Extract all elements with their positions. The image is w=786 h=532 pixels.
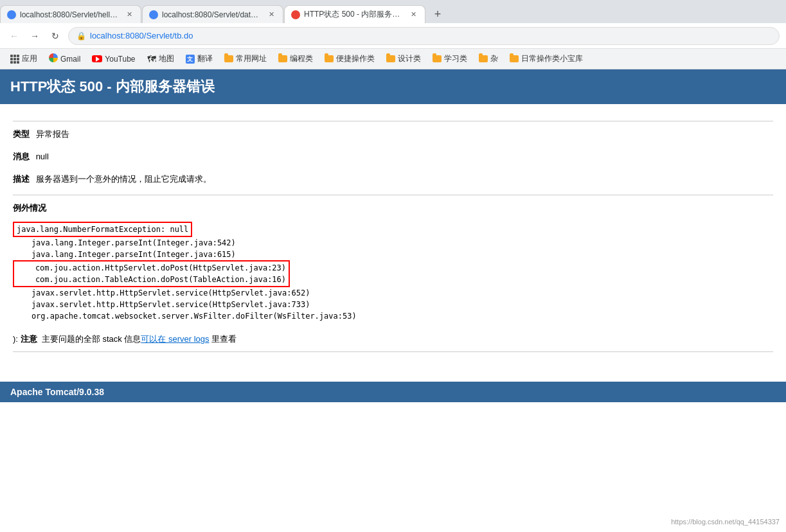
bookmark-apps[interactable]: 应用: [5, 52, 42, 66]
tab2-title: localhost:8080/Servlet/date.do: [162, 10, 262, 19]
stacktrace: java.lang.NumberFormatException: null ja…: [13, 219, 773, 324]
description-label: 描述: [13, 174, 30, 184]
message-label: 消息: [13, 152, 30, 161]
exception-label: 例外情况: [13, 202, 773, 215]
note-prefix: ):: [13, 334, 18, 344]
folder4-icon: [386, 55, 395, 62]
browser-chrome: localhost:8080/Servlet/hello.d... ✕ loca…: [0, 0, 786, 69]
folder2-icon: [278, 55, 287, 62]
reload-button[interactable]: ↻: [48, 28, 63, 44]
new-tab-button[interactable]: +: [429, 5, 447, 23]
description-section: 描述 服务器遇到一个意外的情况，阻止它完成请求。: [13, 173, 773, 186]
stacktrace-line1-text: java.lang.Integer.parseInt(Integer.java:…: [13, 238, 236, 247]
error-title: HTTP状态 500 - 内部服务器错误: [10, 78, 215, 94]
bookmark-folder-1[interactable]: 常用网址: [219, 52, 272, 66]
tab3-close[interactable]: ✕: [408, 10, 418, 20]
exception-section: 例外情况 java.lang.NumberFormatException: nu…: [13, 202, 773, 324]
bookmark-folder-2[interactable]: 编程类: [273, 52, 318, 66]
stacktrace-line2-text: java.lang.Integer.parseInt(Integer.java:…: [13, 250, 236, 259]
divider-top: [13, 121, 773, 121]
bookmark-translate-label: 翻译: [197, 53, 213, 64]
divider-bottom: [13, 351, 773, 352]
bookmark-gmail-label: Gmail: [60, 55, 80, 64]
bookmark-folder-6[interactable]: 杂: [474, 52, 503, 66]
error-header: HTTP状态 500 - 内部服务器错误: [0, 69, 786, 104]
stacktrace-line3-highlight: com.jou.action.HttpServlet.doPost(HttpSe…: [13, 260, 290, 287]
tab1-title: localhost:8080/Servlet/hello.d...: [20, 10, 120, 19]
server-logs-link[interactable]: 可以在 server logs: [141, 334, 209, 344]
bookmark-maps-label: 地图: [159, 53, 174, 64]
folder5-icon: [433, 55, 442, 62]
bookmark-folder-7[interactable]: 日常操作类小宝库: [505, 52, 588, 66]
stacktrace-line5-text: javax.servlet.http.HttpServlet.service(H…: [13, 288, 310, 297]
error-body: 类型 异常报告 消息 null 描述 服务器遇到一个意外的情况，阻止它完成请求。…: [0, 104, 786, 369]
note-section: ): 注意 主要问题的全部 stack 信息可以在 server logs 里查…: [13, 333, 773, 345]
stacktrace-line0-highlight: java.lang.NumberFormatException: null: [13, 222, 192, 237]
maps-icon: 🗺: [147, 54, 156, 64]
bookmarks-bar: 应用 Gmail YouTube 🗺 地图 文 翻译 常用网址: [0, 49, 786, 69]
bookmark-folder-3[interactable]: 便捷操作类: [319, 52, 380, 66]
bookmark-folder1-label: 常用网址: [236, 53, 267, 64]
stacktrace-line-6: javax.servlet.http.HttpServlet.service(H…: [13, 299, 773, 310]
stacktrace-line-5: javax.servlet.http.HttpServlet.service(H…: [13, 287, 773, 299]
tomcat-version: Apache Tomcat/9.0.38: [10, 387, 104, 397]
folder1-icon: [224, 55, 233, 62]
back-button[interactable]: ←: [6, 28, 22, 44]
message-value: null: [36, 152, 49, 161]
tab3-favicon: [291, 10, 300, 19]
tab-3[interactable]: HTTP状态 500 - 内部服务器错误 ✕: [284, 5, 425, 23]
bookmark-maps[interactable]: 🗺 地图: [142, 52, 179, 66]
type-section: 类型 异常报告: [13, 128, 773, 141]
stacktrace-line-1: java.lang.Integer.parseInt(Integer.java:…: [13, 237, 773, 249]
tab1-favicon: [7, 10, 16, 19]
folder3-icon: [325, 55, 334, 62]
tab2-close[interactable]: ✕: [266, 10, 276, 20]
tab-1[interactable]: localhost:8080/Servlet/hello.d... ✕: [0, 5, 141, 23]
bookmark-gmail[interactable]: Gmail: [44, 52, 85, 66]
gmail-icon: [49, 53, 58, 64]
forward-button[interactable]: →: [27, 28, 42, 44]
bookmark-folder4-label: 设计类: [398, 53, 421, 64]
tab2-favicon: [149, 10, 158, 19]
bookmark-folder5-label: 学习类: [444, 53, 467, 64]
stacktrace-line-2: java.lang.Integer.parseInt(Integer.java:…: [13, 249, 773, 260]
translate-icon: 文: [186, 54, 195, 64]
tomcat-footer: Apache Tomcat/9.0.38: [0, 382, 786, 402]
stacktrace-line7-text: org.apache.tomcat.websocket.server.WsFil…: [13, 312, 357, 321]
bookmark-folder-5[interactable]: 学习类: [427, 52, 472, 66]
folder7-icon: [510, 55, 519, 62]
lock-icon: 🔒: [76, 31, 86, 40]
tab-bar: localhost:8080/Servlet/hello.d... ✕ loca…: [0, 0, 786, 23]
youtube-icon: [92, 55, 102, 64]
divider-mid: [13, 195, 773, 195]
url-text: localhost:8080/Servlet/tb.do: [90, 31, 193, 40]
address-bar: ← → ↻ 🔒 localhost:8080/Servlet/tb.do: [0, 23, 786, 49]
type-value: 异常报告: [36, 129, 69, 139]
bookmark-translate[interactable]: 文 翻译: [181, 52, 218, 66]
tab1-close[interactable]: ✕: [124, 10, 134, 20]
url-bar[interactable]: 🔒 localhost:8080/Servlet/tb.do: [68, 27, 780, 45]
bookmark-apps-label: 应用: [22, 53, 37, 64]
type-label: 类型: [13, 129, 30, 139]
bookmark-folder3-label: 便捷操作类: [336, 53, 375, 64]
apps-icon: [10, 55, 19, 64]
folder6-icon: [479, 55, 488, 62]
stacktrace-line-3: com.jou.action.HttpServlet.doPost(HttpSe…: [13, 260, 773, 287]
description-value: 服务器遇到一个意外的情况，阻止它完成请求。: [36, 174, 211, 184]
bookmark-youtube[interactable]: YouTube: [87, 53, 140, 65]
bookmark-folder-4[interactable]: 设计类: [381, 52, 426, 66]
tab3-title: HTTP状态 500 - 内部服务器错误: [304, 9, 404, 20]
bookmark-folder6-label: 杂: [490, 53, 498, 64]
stacktrace-line6-text: javax.servlet.http.HttpServlet.service(H…: [13, 300, 310, 309]
bookmark-folder7-label: 日常操作类小宝库: [521, 53, 583, 64]
note-label: 注意: [21, 334, 37, 344]
message-section: 消息 null: [13, 150, 773, 164]
page-content: HTTP状态 500 - 内部服务器错误 类型 异常报告 消息 null 描述 …: [0, 69, 786, 402]
tab-2[interactable]: localhost:8080/Servlet/date.do ✕: [142, 5, 283, 23]
bookmark-youtube-label: YouTube: [105, 55, 135, 64]
bookmark-folder2-label: 编程类: [290, 53, 313, 64]
stacktrace-line-0: java.lang.NumberFormatException: null: [13, 222, 773, 237]
stacktrace-line-7: org.apache.tomcat.websocket.server.WsFil…: [13, 310, 773, 322]
